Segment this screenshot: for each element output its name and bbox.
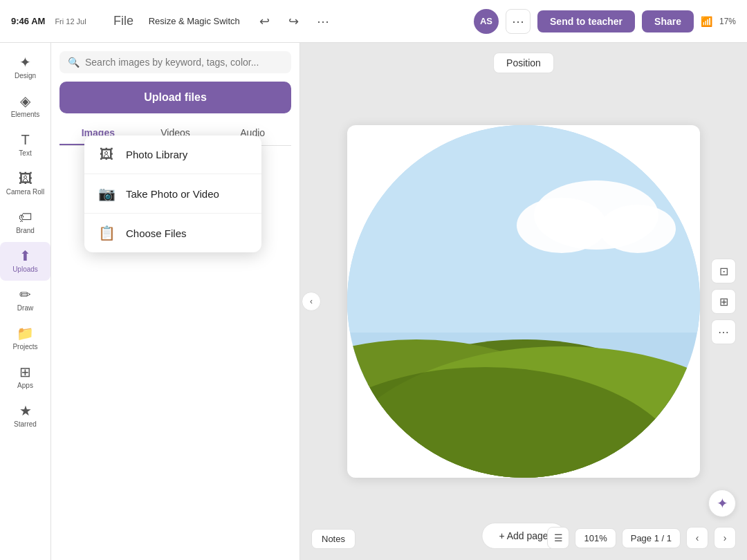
sidebar-item-draw[interactable]: ✏ Draw <box>0 281 50 319</box>
sidebar-item-apps[interactable]: ⊞ Apps <box>0 358 50 397</box>
show-pages-button[interactable]: ☰ <box>547 527 569 549</box>
avatar[interactable]: AS <box>474 9 499 34</box>
svg-point-4 <box>517 198 607 253</box>
topbar: 9:46 AM Fri 12 Jul File Resize & Magic S… <box>0 0 747 43</box>
landscape-illustration <box>347 125 700 478</box>
dropdown-label-choose-files: Choose Files <box>126 227 187 239</box>
crop-tool-button[interactable]: ⊡ <box>711 259 736 283</box>
search-input[interactable] <box>85 57 283 68</box>
main-layout: ✦ Design ◈ Elements T Text 🖼 Camera Roll… <box>0 43 747 560</box>
search-bar: 🔍 <box>59 51 291 73</box>
dropdown-item-photo-library[interactable]: 🖼 Photo Library <box>84 136 261 174</box>
topbar-time: 9:46 AM <box>11 16 45 26</box>
dots-button[interactable]: ⋯ <box>506 9 531 34</box>
sidebar-item-starred[interactable]: ★ Starred <box>0 397 50 436</box>
sidebar-icon-text: T <box>21 133 29 147</box>
canvas-card <box>347 125 700 478</box>
sidebar-icon-design: ✦ <box>19 55 31 69</box>
canva-assistant-button[interactable]: ✦ <box>708 489 736 517</box>
sidebar-icon-camera-roll: 🖼 <box>19 171 33 185</box>
next-page-button[interactable]: › <box>714 527 736 549</box>
file-button[interactable]: File <box>111 9 136 34</box>
right-tools: ⊡ ⊞ ⋯ <box>711 259 736 344</box>
sidebar-icon-projects: 📁 <box>17 326 34 340</box>
topbar-date: Fri 12 Jul <box>55 17 86 26</box>
sidebar-label-elements: Elements <box>11 111 40 119</box>
dropdown-label-take-photo-video: Take Photo or Video <box>126 188 219 200</box>
sidebar-icon-starred: ★ <box>19 404 32 418</box>
sidebar-rail: ✦ Design ◈ Elements T Text 🖼 Camera Roll… <box>0 43 51 560</box>
sidebar-label-brand: Brand <box>16 227 35 235</box>
page-nav: ☰ 101% Page 1 / 1 ‹ › <box>547 527 736 549</box>
zoom-level: 101% <box>575 528 616 548</box>
sidebar-label-starred: Starred <box>14 420 37 429</box>
dropdown-icon-photo-library: 🖼 <box>98 147 115 162</box>
notes-button[interactable]: Notes <box>311 529 356 549</box>
canvas-area: Position ‹ <box>300 43 747 560</box>
sidebar-label-apps: Apps <box>17 382 33 390</box>
upload-files-button[interactable]: Upload files <box>59 82 291 113</box>
dropdown-item-take-photo-video[interactable]: 📷 Take Photo or Video <box>84 174 261 213</box>
sidebar-label-projects: Projects <box>12 343 37 351</box>
sidebar-icon-brand: 🏷 <box>19 210 33 224</box>
more-button[interactable]: ⋯ <box>311 9 335 34</box>
sidebar-item-projects[interactable]: 📁 Projects <box>0 319 50 358</box>
battery-indicator: 17% <box>719 17 736 26</box>
grid-tool-button[interactable]: ⊞ <box>711 289 736 314</box>
sidebar-label-text: Text <box>19 149 31 158</box>
dropdown-label-photo-library: Photo Library <box>126 149 187 160</box>
upload-panel: 🔍 Upload files ImagesVideosAudio 🖼 Photo… <box>51 43 300 560</box>
sidebar-label-uploads: Uploads <box>12 265 38 274</box>
dropdown-item-choose-files[interactable]: 📋 Choose Files <box>84 213 261 252</box>
dropdown-icon-take-photo-video: 📷 <box>98 185 115 202</box>
sidebar-icon-apps: ⊞ <box>19 365 31 379</box>
topbar-left: 9:46 AM Fri 12 Jul File Resize & Magic S… <box>11 9 465 34</box>
svg-point-5 <box>600 205 676 253</box>
sidebar-item-design[interactable]: ✦ Design <box>0 48 50 87</box>
sidebar-label-draw: Draw <box>17 304 33 312</box>
wifi-icon: 📶 <box>701 16 712 27</box>
sidebar-item-text[interactable]: T Text <box>0 126 50 165</box>
page-info: Page 1 / 1 <box>622 528 681 548</box>
resize-magic-button[interactable]: Resize & Magic Switch <box>143 9 246 34</box>
position-pill[interactable]: Position <box>493 53 554 73</box>
undo-button[interactable]: ↩ <box>252 9 277 34</box>
overflow-tool-button[interactable]: ⋯ <box>711 319 736 344</box>
hide-panel-button[interactable]: ‹ <box>302 292 321 311</box>
topbar-icons: ↩ ↪ ⋯ <box>252 9 335 34</box>
share-button[interactable]: Share <box>642 10 694 32</box>
sidebar-icon-elements: ◈ <box>20 94 30 108</box>
send-to-teacher-button[interactable]: Send to teacher <box>537 10 635 32</box>
sidebar-icon-uploads: ⬆ <box>19 249 31 263</box>
sidebar-item-camera-roll[interactable]: 🖼 Camera Roll <box>0 165 50 203</box>
dropdown-icon-choose-files: 📋 <box>98 225 115 241</box>
sidebar-label-camera-roll: Camera Roll <box>6 188 45 196</box>
topbar-right: AS ⋯ Send to teacher Share 📶 17% <box>474 9 736 34</box>
redo-button[interactable]: ↪ <box>282 9 306 34</box>
sidebar-item-elements[interactable]: ◈ Elements <box>0 87 50 126</box>
upload-dropdown-menu: 🖼 Photo Library 📷 Take Photo or Video 📋 … <box>84 136 261 252</box>
sidebar-label-design: Design <box>15 72 36 80</box>
assistant-icon: ✦ <box>717 495 728 512</box>
sidebar-item-uploads[interactable]: ⬆ Uploads <box>0 242 50 281</box>
sidebar-icon-draw: ✏ <box>19 288 31 301</box>
search-icon: 🔍 <box>68 57 80 68</box>
sidebar-item-brand[interactable]: 🏷 Brand <box>0 203 50 242</box>
prev-page-button[interactable]: ‹ <box>686 527 708 549</box>
